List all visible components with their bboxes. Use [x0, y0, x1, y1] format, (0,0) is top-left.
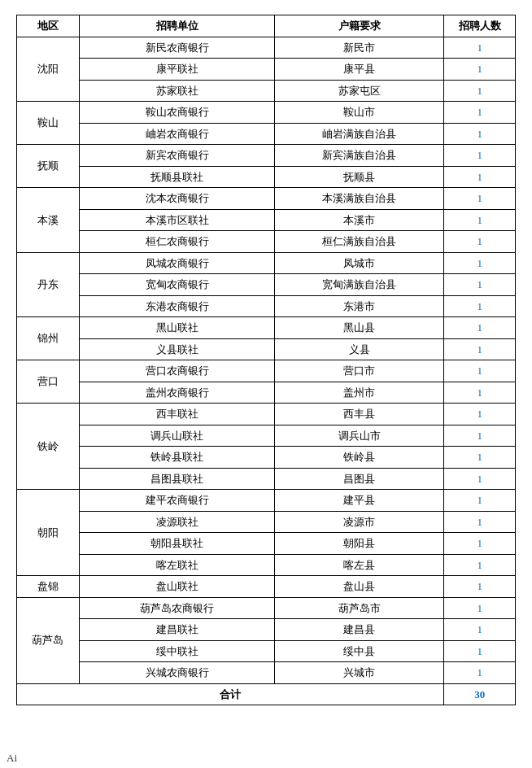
total-count: 30: [444, 683, 516, 705]
huji-cell: 本溪满族自治县: [275, 188, 444, 210]
count-value: 1: [477, 300, 482, 312]
huji-cell: 凌源市: [275, 511, 444, 533]
region-cell: 本溪: [17, 188, 80, 253]
count-cell: 1: [444, 295, 516, 317]
table-row: 朝阳县联社朝阳县1: [17, 533, 516, 555]
table-row: 锦州黑山联社黑山县1: [17, 317, 516, 339]
count-value: 1: [477, 63, 482, 75]
count-cell: 1: [444, 80, 516, 102]
count-value: 1: [477, 516, 482, 528]
huji-cell: 兴城市: [275, 662, 444, 684]
count-cell: 1: [444, 382, 516, 404]
page-container: 地区 招聘单位 户籍要求 招聘人数 沈阳新民农商银行新民市1康平联社康平县1苏家…: [0, 0, 532, 722]
region-cell: 沈阳: [17, 37, 80, 102]
unit-cell: 昌图县联社: [79, 468, 275, 490]
huji-cell: 宽甸满族自治县: [275, 274, 444, 296]
count-cell: 1: [444, 447, 516, 469]
count-value: 1: [477, 149, 482, 161]
count-cell: 1: [444, 317, 516, 339]
huji-cell: 苏家屯区: [275, 80, 444, 102]
count-value: 1: [477, 278, 482, 290]
count-value: 1: [477, 666, 482, 679]
unit-cell: 桓仁农商银行: [79, 231, 275, 253]
count-cell: 1: [444, 338, 516, 360]
count-value: 1: [477, 408, 482, 420]
count-cell: 1: [444, 252, 516, 274]
count-value: 1: [477, 451, 482, 463]
count-value: 1: [477, 235, 482, 247]
table-row: 营口营口农商银行营口市1: [17, 360, 516, 382]
unit-cell: 义县联社: [79, 338, 275, 360]
huji-cell: 新宾满族自治县: [275, 145, 444, 167]
total-row: 合计30: [17, 683, 516, 705]
huji-cell: 葫芦岛市: [275, 597, 444, 619]
unit-cell: 铁岭县联社: [79, 447, 275, 469]
count-value: 1: [477, 343, 482, 356]
count-cell: 1: [444, 619, 516, 641]
count-cell: 1: [444, 533, 516, 555]
huji-cell: 调兵山市: [275, 425, 444, 447]
unit-cell: 朝阳县联社: [79, 533, 275, 555]
table-row: 本溪沈本农商银行本溪满族自治县1: [17, 188, 516, 210]
region-cell: 抚顺: [17, 145, 80, 188]
unit-cell: 绥中联社: [79, 640, 275, 662]
unit-cell: 苏家联社: [79, 80, 275, 102]
huji-cell: 建昌县: [275, 619, 444, 641]
count-value: 1: [477, 602, 482, 614]
huji-cell: 盘山县: [275, 576, 444, 598]
count-cell: 1: [444, 640, 516, 662]
region-cell: 朝阳: [17, 490, 80, 576]
huji-cell: 昌图县: [275, 468, 444, 490]
table-row: 抚顺县联社抚顺县1: [17, 166, 516, 188]
main-table: 地区 招聘单位 户籍要求 招聘人数 沈阳新民农商银行新民市1康平联社康平县1苏家…: [16, 15, 516, 705]
unit-cell: 新宾农商银行: [79, 145, 275, 167]
unit-cell: 调兵山联社: [79, 425, 275, 447]
table-row: 东港农商银行东港市1: [17, 295, 516, 317]
table-row: 盘锦盘山联社盘山县1: [17, 576, 516, 598]
huji-cell: 黑山县: [275, 317, 444, 339]
region-cell: 丹东: [17, 252, 80, 317]
unit-cell: 喀左联社: [79, 554, 275, 576]
ai-footer: Ai: [0, 748, 24, 768]
count-value: 1: [477, 192, 482, 204]
count-cell: 1: [444, 576, 516, 598]
count-cell: 1: [444, 662, 516, 684]
region-cell: 盘锦: [17, 576, 80, 598]
count-cell: 1: [444, 123, 516, 145]
count-cell: 1: [444, 511, 516, 533]
count-value: 1: [477, 473, 482, 485]
total-count-value: 30: [474, 688, 485, 700]
huji-cell: 桓仁满族自治县: [275, 231, 444, 253]
count-cell: 1: [444, 360, 516, 382]
table-row: 宽甸农商银行宽甸满族自治县1: [17, 274, 516, 296]
header-count: 招聘人数: [444, 15, 516, 37]
huji-cell: 义县: [275, 338, 444, 360]
huji-cell: 喀左县: [275, 554, 444, 576]
header-region: 地区: [17, 15, 80, 37]
huji-cell: 鞍山市: [275, 102, 444, 124]
table-row: 本溪市区联社本溪市1: [17, 209, 516, 231]
unit-cell: 抚顺县联社: [79, 166, 275, 188]
table-row: 铁岭西丰联社西丰县1: [17, 404, 516, 425]
unit-cell: 营口农商银行: [79, 360, 275, 382]
count-cell: 1: [444, 554, 516, 576]
header-unit: 招聘单位: [79, 15, 275, 37]
count-cell: 1: [444, 102, 516, 124]
unit-cell: 本溪市区联社: [79, 209, 275, 231]
unit-cell: 凤城农商银行: [79, 252, 275, 274]
huji-cell: 铁岭县: [275, 447, 444, 469]
count-cell: 1: [444, 209, 516, 231]
huji-cell: 本溪市: [275, 209, 444, 231]
table-row: 凌源联社凌源市1: [17, 511, 516, 533]
count-cell: 1: [444, 468, 516, 490]
total-label: 合计: [17, 683, 444, 705]
huji-cell: 绥中县: [275, 640, 444, 662]
unit-cell: 兴城农商银行: [79, 662, 275, 684]
count-value: 1: [477, 430, 482, 442]
count-value: 1: [477, 386, 482, 399]
count-value: 1: [477, 106, 482, 118]
unit-cell: 黑山联社: [79, 317, 275, 339]
count-cell: 1: [444, 274, 516, 296]
count-cell: 1: [444, 166, 516, 188]
unit-cell: 建平农商银行: [79, 490, 275, 512]
